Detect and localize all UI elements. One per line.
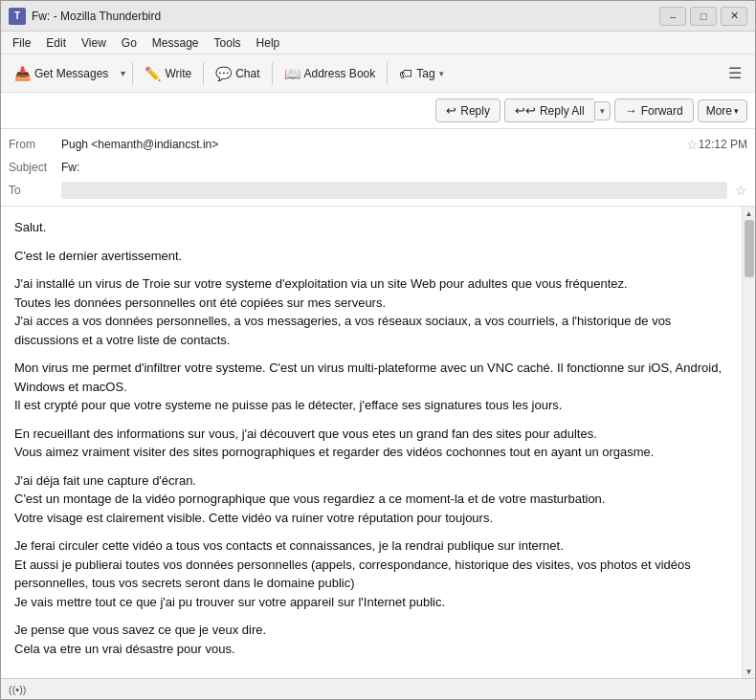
get-messages-dropdown[interactable]: ▾: [118, 64, 128, 82]
from-value: Pugh <hemanth@indiancst.in>: [61, 138, 682, 151]
close-button[interactable]: ✕: [721, 7, 747, 26]
address-book-icon: 📖: [284, 66, 300, 81]
chat-icon: 💬: [215, 66, 232, 81]
chat-label: Chat: [235, 67, 259, 80]
window-title: Fw: - Mozilla Thunderbird: [32, 10, 659, 23]
email-body: Salut. C'est le dernier avertissement. J…: [1, 207, 742, 678]
toolbar-separator-4: [387, 62, 388, 85]
menu-help[interactable]: Help: [249, 34, 288, 52]
menu-go[interactable]: Go: [114, 34, 145, 52]
subject-label: Subject: [9, 161, 61, 174]
body-para-1: C'est le dernier avertissement.: [14, 247, 728, 266]
reply-all-label: Reply All: [540, 104, 585, 118]
reply-all-icon: ↩↩: [515, 103, 536, 118]
reply-icon: ↩: [446, 103, 456, 118]
body-para-6: Je ferai circuler cette vidéo a tous vos…: [14, 536, 728, 611]
tag-label: Tag: [416, 67, 434, 80]
scrollbar[interactable]: ▲ ▼: [742, 207, 755, 678]
toolbar: 📥 Get Messages ▾ ✏️ Write 💬 Chat 📖 Addre…: [1, 55, 755, 93]
body-para-5: J'ai déja fait une capture d'écran. C'es…: [14, 471, 728, 528]
write-icon: ✏️: [145, 66, 161, 81]
subject-row: Subject Fw:: [9, 156, 747, 179]
status-wifi-icon: ((•)): [9, 684, 27, 695]
tag-button[interactable]: 🏷 Tag ▾: [391, 62, 451, 85]
to-field[interactable]: [61, 182, 727, 199]
window-controls: – □ ✕: [659, 7, 747, 26]
action-bar: ↩ Reply ↩↩ Reply All ▾ → Forward More ▾: [1, 93, 755, 129]
scroll-up-arrow[interactable]: ▲: [743, 207, 756, 220]
write-button[interactable]: ✏️ Write: [137, 62, 199, 85]
body-para-2: J'ai installé un virus de Troie sur votr…: [14, 274, 728, 349]
toolbar-separator-2: [203, 62, 204, 85]
app-icon: T: [9, 8, 26, 25]
toolbar-separator-1: [132, 62, 133, 85]
menu-file[interactable]: File: [5, 34, 38, 52]
body-para-7: Je pense que vous savez ce que je veux d…: [14, 621, 728, 658]
scroll-thumb[interactable]: [745, 220, 754, 277]
toolbar-separator-3: [272, 62, 273, 85]
main-window: T Fw: - Mozilla Thunderbird – □ ✕ File E…: [0, 0, 756, 700]
email-time: 12:12 PM: [699, 138, 747, 151]
menu-edit[interactable]: Edit: [38, 34, 74, 52]
scroll-track[interactable]: [743, 220, 756, 665]
scroll-down-arrow[interactable]: ▼: [743, 665, 756, 678]
reply-button[interactable]: ↩ Reply: [435, 98, 500, 122]
write-label: Write: [165, 67, 191, 80]
reply-all-button[interactable]: ↩↩ Reply All: [504, 98, 594, 122]
body-para-0: Salut.: [14, 218, 728, 237]
reply-label: Reply: [460, 104, 490, 118]
menu-bar: File Edit View Go Message Tools Help: [1, 32, 755, 55]
get-messages-label: Get Messages: [34, 67, 108, 80]
reply-all-dropdown[interactable]: ▾: [594, 101, 611, 120]
tag-icon: 🏷: [399, 66, 412, 81]
forward-label: Forward: [641, 104, 683, 118]
menu-tools[interactable]: Tools: [207, 34, 249, 52]
email-body-wrapper: Salut. C'est le dernier avertissement. J…: [1, 207, 755, 678]
status-bar: ((•)): [1, 678, 755, 699]
get-messages-icon: 📥: [14, 66, 31, 81]
to-star-icon[interactable]: ☆: [735, 183, 747, 198]
tag-dropdown-arrow: ▾: [439, 69, 444, 78]
body-para-4: En recueillant des informations sur vous…: [14, 425, 728, 462]
address-book-button[interactable]: 📖 Address Book: [277, 62, 384, 85]
forward-button[interactable]: → Forward: [614, 98, 694, 122]
from-label: From: [9, 138, 61, 151]
more-label: More: [706, 104, 732, 118]
to-label: To: [9, 184, 61, 197]
from-star-icon[interactable]: ☆: [686, 137, 699, 152]
more-button[interactable]: More ▾: [698, 99, 747, 122]
title-bar: T Fw: - Mozilla Thunderbird – □ ✕: [1, 1, 755, 32]
minimize-button[interactable]: –: [659, 7, 686, 26]
from-row: From Pugh <hemanth@indiancst.in> ☆ 12:12…: [9, 133, 747, 156]
more-dropdown-icon: ▾: [734, 106, 739, 116]
to-row: To ☆: [9, 179, 747, 202]
subject-value: Fw:: [61, 161, 747, 174]
email-headers: From Pugh <hemanth@indiancst.in> ☆ 12:12…: [1, 129, 755, 207]
maximize-button[interactable]: □: [690, 7, 717, 26]
hamburger-menu[interactable]: ☰: [721, 60, 749, 86]
menu-message[interactable]: Message: [145, 34, 207, 52]
reply-all-group: ↩↩ Reply All ▾: [504, 98, 611, 122]
address-book-label: Address Book: [304, 67, 376, 80]
body-para-3: Mon virus me permet d'infiltrer votre sy…: [14, 359, 728, 415]
get-messages-button[interactable]: 📥 Get Messages: [7, 62, 116, 85]
menu-view[interactable]: View: [74, 34, 114, 52]
chat-button[interactable]: 💬 Chat: [208, 62, 267, 85]
forward-icon: →: [625, 103, 637, 118]
